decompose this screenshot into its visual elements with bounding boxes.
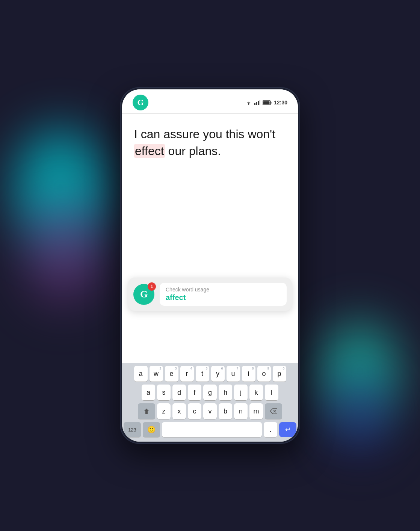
shift-icon [143,408,150,415]
status-icons: 12:30 [245,100,287,106]
key-d[interactable]: d [172,385,186,400]
key-z[interactable]: z [157,403,171,419]
suggestion-label: Check word usage [166,287,281,293]
key-a2[interactable]: a [142,385,155,400]
status-bar: G [122,89,298,113]
text-line1: I can assure you this won't [134,127,275,141]
key-b[interactable]: b [219,403,232,419]
key-x[interactable]: x [172,403,186,419]
enter-icon: ↵ [285,425,291,434]
backspace-icon [270,408,277,414]
svg-rect-2 [256,102,257,105]
text-line2: our plans. [165,144,221,158]
key-g[interactable]: g [203,385,217,400]
key-v[interactable]: v [203,403,217,419]
key-u[interactable]: 7u [227,366,240,382]
grammarly-badge[interactable]: G 1 [133,284,154,305]
background-blob-teal-left [0,113,120,263]
highlighted-word: effect [134,144,165,158]
key-i[interactable]: 8i [242,366,255,382]
key-l[interactable]: l [265,385,278,400]
key-o[interactable]: 9o [257,366,271,382]
key-c[interactable]: c [188,403,201,419]
suggestion-popup[interactable]: G 1 Check word usage affect [128,278,292,311]
svg-rect-3 [258,101,259,105]
keyboard-row-2: a s d f g h j k l [124,385,296,400]
suggestion-correction: affect [166,293,281,302]
notification-badge: 1 [148,282,156,291]
phone-screen: G [122,89,298,442]
enter-key[interactable]: ↵ [279,422,296,437]
period-key[interactable]: . [264,422,277,437]
key-h[interactable]: h [219,385,232,400]
wifi-icon [245,100,252,105]
key-s[interactable]: s [157,385,171,400]
keyboard-row-1: a 2w 3e 4r 5t 6y 7u 8i 9o 0p [124,366,296,382]
key-m[interactable]: m [249,403,263,419]
keyboard: a 2w 3e 4r 5t 6y 7u 8i 9o 0p a s d f g h… [122,363,298,442]
key-r[interactable]: 4r [180,366,194,382]
cell-signal-icon [254,100,260,105]
key-a[interactable]: a [134,366,148,382]
keyboard-row-3: z x c v b n m [124,403,296,419]
shift-key[interactable] [138,403,155,419]
background-blob-teal-right [307,306,412,437]
svg-rect-7 [263,101,270,104]
time-display: 12:30 [274,100,287,106]
backspace-key[interactable] [265,403,282,419]
editor-text: I can assure you this won't effect our p… [134,126,286,160]
key-k[interactable]: k [249,385,263,400]
key-y[interactable]: 6y [211,366,225,382]
background-blob-purple-left [11,188,116,319]
svg-rect-4 [260,100,261,105]
key-f[interactable]: f [188,385,201,400]
battery-icon [263,100,272,105]
key-p[interactable]: 0p [273,366,286,382]
grammarly-logo: G [133,95,148,110]
key-e[interactable]: 3e [165,366,178,382]
key-j[interactable]: j [234,385,248,400]
phone-shell: G [120,87,300,444]
key-t[interactable]: 5t [196,366,209,382]
numbers-key[interactable]: 123 [124,422,141,437]
background-blob-blue-right [322,370,397,463]
suggestion-card[interactable]: Check word usage affect [160,283,287,306]
svg-rect-6 [271,102,272,104]
keyboard-row-4: 123 🙂 . ↵ [124,422,296,437]
editor-area[interactable]: I can assure you this won't effect our p… [122,114,298,363]
svg-point-0 [248,104,249,105]
space-key[interactable] [162,422,262,437]
emoji-key[interactable]: 🙂 [143,422,160,437]
key-w[interactable]: 2w [150,366,163,382]
key-n[interactable]: n [234,403,248,419]
svg-rect-1 [254,103,255,105]
